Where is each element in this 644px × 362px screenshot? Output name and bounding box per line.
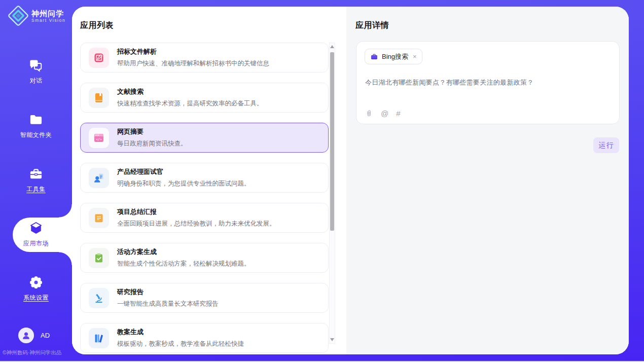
scroll-down-arrow-icon[interactable] xyxy=(330,338,334,341)
app-card-icon-tile xyxy=(89,48,109,68)
sidebar-item-settings[interactable]: 系统设置 xyxy=(0,262,72,316)
clipboard-check-icon xyxy=(93,252,105,264)
brand-text: 神州问学 Smart Vision xyxy=(31,9,65,23)
scrollbar-thumb[interactable] xyxy=(330,52,334,231)
app-card-desc: 智能生成个性化活动方案，轻松解决规划难题。 xyxy=(117,260,251,268)
mention-button[interactable]: @ xyxy=(381,109,388,118)
app-card[interactable]: 教案生成 模板驱动，教案秒成，教学准备从此轻松快捷 xyxy=(80,323,329,353)
app-card-title: 活动方案生成 xyxy=(117,247,251,257)
app-card-icon-tile xyxy=(89,328,109,348)
brand-logo: 神州问学 Smart Vision xyxy=(8,6,65,26)
at-icon: @ xyxy=(381,109,388,118)
sidebar-item-chat[interactable]: 对话 xyxy=(0,45,72,99)
sidebar-item-label: 对话 xyxy=(30,77,43,85)
app-card-icon-tile xyxy=(89,88,109,108)
user-account[interactable]: AD xyxy=(18,328,50,343)
sidebar-item-label: 应用市场 xyxy=(23,239,49,248)
input-toolbar: @ # xyxy=(365,109,401,118)
sidebar-nav: 对话 智能文件夹 工具集 应用市场 系统设置 xyxy=(0,45,72,316)
sidebar-item-app-market[interactable]: 应用市场 xyxy=(0,207,72,262)
paperclip-icon xyxy=(365,109,373,118)
app-card-desc: 每日政府新闻资讯快查。 xyxy=(117,139,187,148)
scrollbar-track[interactable] xyxy=(330,48,335,338)
app-card-title: 研究报告 xyxy=(117,287,219,297)
tag-button[interactable]: # xyxy=(396,109,400,118)
microscope-icon xyxy=(93,292,105,304)
app-card-title: 招标文件解析 xyxy=(117,47,269,56)
app-card-desc: 一键智能生成高质量长文本研究报告 xyxy=(117,300,219,308)
close-icon[interactable]: × xyxy=(413,53,417,60)
app-card-icon-tile xyxy=(89,168,109,188)
app-card-icon-tile xyxy=(89,288,109,308)
book-icon xyxy=(93,92,105,104)
app-card[interactable]: 活动方案生成 智能生成个性化活动方案，轻松解决规划难题。 xyxy=(80,243,329,273)
app-list-title: 应用列表 xyxy=(80,20,114,31)
sidebar-item-label: 系统设置 xyxy=(23,294,49,302)
app-card[interactable]: 产品经理面试官 明确身份和职责，为您提供专业性的面试问题。 xyxy=(80,163,329,193)
sidebar-item-toolset[interactable]: 工具集 xyxy=(0,153,72,207)
app-card[interactable]: 文献搜索 快速精准查找学术资源，提高研究效率的必备工具。 xyxy=(80,83,329,113)
app-detail-title: 应用详情 xyxy=(355,20,389,31)
sidebar-item-label: 智能文件夹 xyxy=(20,131,52,139)
attach-button[interactable] xyxy=(365,109,373,118)
app-detail-panel: 应用详情 Bing搜索 × 今日湖北有哪些新闻要点？有哪些需要关注的最新政策？ … xyxy=(346,7,629,354)
app-card-title: 网页摘要 xyxy=(117,127,187,136)
app-card-desc: 帮助用户快速、准确地理解和解析招标书中的关键信息 xyxy=(117,59,269,68)
brand-name: 神州问学 xyxy=(31,9,65,18)
gear-icon xyxy=(29,275,43,289)
app-card-title: 文献搜索 xyxy=(117,87,263,96)
app-card[interactable]: 招标文件解析 帮助用户快速、准确地理解和解析招标书中的关键信息 xyxy=(80,43,329,73)
brand-subtitle: Smart Vision xyxy=(31,18,65,23)
folder-icon xyxy=(29,113,43,127)
app-card-desc: 全面回顾项目进展，总结经验教训，助力未来优化发展。 xyxy=(117,220,276,228)
app-card[interactable]: 项目总结汇报 全面回顾项目进展，总结经验教训，助力未来优化发展。 xyxy=(80,203,329,233)
person-icon xyxy=(21,330,31,341)
edit-document-icon xyxy=(93,52,105,64)
app-card-icon-tile xyxy=(89,128,109,148)
app-card-title: 产品经理面试官 xyxy=(117,167,251,176)
sidebar-item-smart-folder[interactable]: 智能文件夹 xyxy=(0,99,72,153)
app-list-panel: 应用列表 招标文件解析 帮助用户快速、准确地理解和解析招标书中的关键信息 文献搜… xyxy=(72,7,346,354)
app-card-title: 项目总结汇报 xyxy=(117,207,276,216)
tool-chip-label: Bing搜索 xyxy=(382,52,408,61)
app-card-desc: 模板驱动，教案秒成，教学准备从此轻松快捷 xyxy=(117,340,244,348)
diamond-logo-icon xyxy=(8,6,28,26)
app-card-desc: 快速精准查找学术资源，提高研究效率的必备工具。 xyxy=(117,99,263,108)
webpage-icon xyxy=(93,132,105,144)
app-card-desc: 明确身份和职责，为您提供专业性的面试问题。 xyxy=(117,179,251,188)
scrollbar[interactable] xyxy=(329,43,335,344)
copyright-text: ©神州数码·神州问学出品 xyxy=(3,349,61,356)
app-card-list: 招标文件解析 帮助用户快速、准确地理解和解析招标书中的关键信息 文献搜索 快速精… xyxy=(80,43,329,354)
toolbox-icon xyxy=(29,167,43,181)
app-card[interactable]: 网页摘要 每日政府新闻资讯快查。 xyxy=(80,123,329,153)
app-card-title: 教案生成 xyxy=(117,328,244,337)
app-card[interactable]: 研究报告 一键智能生成高质量长文本研究报告 xyxy=(80,283,329,313)
briefcase-icon xyxy=(370,53,378,61)
sidebar-item-label: 工具集 xyxy=(26,185,46,194)
app-card-icon-tile xyxy=(89,208,109,228)
cube-icon xyxy=(29,221,43,235)
hash-icon: # xyxy=(396,109,400,118)
tool-chip-bing-search[interactable]: Bing搜索 × xyxy=(365,49,422,64)
avatar xyxy=(18,328,34,343)
books-icon xyxy=(93,332,105,344)
query-text: 今日湖北有哪些新闻要点？有哪些需要关注的最新政策？ xyxy=(365,78,611,87)
interviewer-icon xyxy=(93,172,105,184)
prompt-input[interactable]: Bing搜索 × 今日湖北有哪些新闻要点？有哪些需要关注的最新政策？ @ # xyxy=(356,41,620,124)
app-window: 神州问学 Smart Vision 对话 智能文件夹 工具集 应用市场 xyxy=(0,0,644,362)
user-initials: AD xyxy=(41,332,50,339)
sidebar: 神州问学 Smart Vision 对话 智能文件夹 工具集 应用市场 xyxy=(0,0,72,362)
content-area: 应用列表 招标文件解析 帮助用户快速、准确地理解和解析招标书中的关键信息 文献搜… xyxy=(72,7,629,354)
report-note-icon xyxy=(93,212,105,224)
run-button[interactable]: 运行 xyxy=(593,137,619,153)
chat-icon xyxy=(29,58,43,73)
app-card-icon-tile xyxy=(89,248,109,268)
